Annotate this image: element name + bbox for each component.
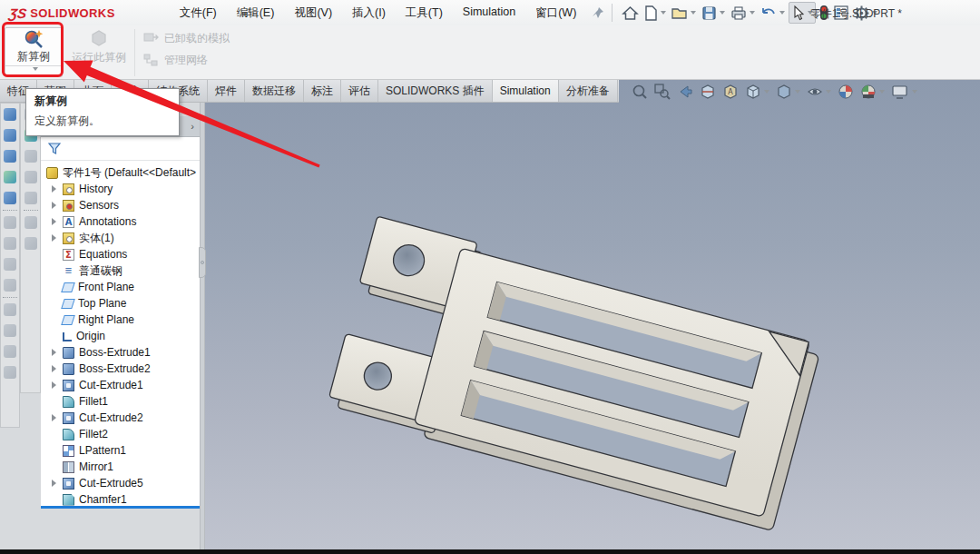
save-icon[interactable] (700, 2, 727, 24)
tab-markup[interactable]: 标注 (304, 80, 341, 102)
tree-root-part[interactable]: 零件1号 (Default<<Default> (41, 164, 200, 181)
surface-tool-icon[interactable] (4, 171, 16, 183)
toolbar-separator (612, 4, 612, 22)
part-3d-model (205, 80, 980, 549)
view-orientation-icon[interactable] (744, 83, 770, 101)
tab-addins[interactable]: SOLIDWORKS 插件 (378, 80, 493, 102)
apply-scene-icon[interactable] (859, 83, 886, 101)
disabled-tool-icon-5 (4, 303, 16, 316)
menu-simulation[interactable]: Simulation (453, 2, 525, 25)
panel-splitter[interactable] (200, 103, 205, 549)
simulation-ribbon: 新算例 运行此算例 已卸载的模拟 管理网络 (0, 25, 980, 80)
loop-tool-icon[interactable] (4, 192, 16, 204)
menu-insert[interactable]: 插入(I) (342, 2, 396, 25)
graphics-viewport[interactable]: A (205, 80, 980, 549)
tree-item-boss-extrude1[interactable]: Boss-Extrude1 (41, 344, 200, 361)
run-study-label: 运行此算例 (72, 50, 126, 65)
tree-item-cut-extrude1[interactable]: Cut-Extrude1 (41, 377, 200, 393)
tab-analysis-prep[interactable]: 分析准备 (559, 80, 618, 102)
tree-item-material[interactable]: ≡普通碳钢 (41, 262, 200, 279)
tab-data-migration[interactable]: 数据迁移 (245, 80, 304, 102)
tree-item-boss-extrude2[interactable]: Boss-Extrude2 (41, 361, 200, 377)
previous-view-icon[interactable] (676, 83, 694, 101)
disabled-tool-icon-4 (4, 279, 16, 292)
new-study-button[interactable]: 新算例 (5, 27, 63, 77)
tree-item-history[interactable]: History (41, 181, 200, 197)
tree-item-annotations[interactable]: AAnnotations (41, 213, 200, 230)
tooltip-description: 定义新算例。 (34, 114, 171, 129)
curve-tool-icon[interactable] (4, 129, 16, 142)
zoom-area-icon[interactable] (653, 83, 671, 101)
tree-item-lpattern1[interactable]: LPattern1 (41, 442, 200, 459)
offloaded-simulation-item: 已卸载的模拟 (143, 31, 230, 46)
tree-item-top-plane[interactable]: Top Plane (41, 295, 200, 312)
new-study-flyout[interactable] (5, 65, 62, 71)
tree-item-sensors[interactable]: Sensors (41, 197, 200, 213)
disabled-tool-icon-8 (4, 366, 16, 379)
disabled-annotation-icon-2 (24, 150, 37, 163)
panel-collapse-grip[interactable] (199, 247, 206, 278)
solidworks-logo: ƷS SOLIDWORKS (9, 5, 115, 21)
menu-tools[interactable]: 工具(T) (396, 2, 453, 25)
disabled-tool-icon-1 (4, 216, 16, 229)
disabled-tool-icon-3 (4, 258, 16, 271)
open-icon[interactable] (670, 2, 698, 24)
home-icon[interactable] (620, 2, 641, 24)
panel-bottom-spacer (41, 509, 200, 553)
new-study-tooltip: 新算例 定义新算例。 (25, 88, 180, 136)
tree-item-right-plane[interactable]: Right Plane (41, 312, 200, 328)
manage-network-item: 管理网络 (143, 53, 208, 68)
display-style-icon[interactable] (775, 83, 801, 101)
menu-bar: 文件(F) 编辑(E) 视图(V) 插入(I) 工具(T) Simulation… (170, 2, 587, 25)
zoom-fit-icon[interactable] (631, 83, 649, 101)
fm-tabs-overflow-arrow[interactable]: › (185, 116, 200, 136)
tab-evaluate[interactable]: 评估 (341, 80, 378, 102)
ds-logo-glyph: ƷS (8, 5, 28, 21)
offloaded-simulation-label: 已卸载的模拟 (164, 31, 230, 46)
strip-divider (3, 297, 17, 298)
title-bar: ƷS SOLIDWORKS 文件(F) 编辑(E) 视图(V) 插入(I) 工具… (0, 0, 980, 25)
headsup-view-toolbar: A (631, 83, 918, 101)
svg-text:A: A (728, 88, 733, 96)
menu-edit[interactable]: 编辑(E) (227, 2, 285, 25)
tree-item-fillet1[interactable]: Fillet1 (41, 393, 200, 410)
offloaded-simulation-icon (143, 32, 159, 45)
tab-simulation[interactable]: Simulation (493, 80, 559, 102)
disabled-tool-icon-7 (4, 345, 16, 358)
tree-filter-bar[interactable] (41, 137, 200, 161)
strip-divider (3, 210, 17, 211)
hide-show-items-icon[interactable] (806, 83, 832, 101)
tree-item-front-plane[interactable]: Front Plane (41, 279, 200, 295)
tree-item-cut-extrude2[interactable]: Cut-Extrude2 (41, 410, 200, 426)
solid-tool-icon[interactable] (4, 108, 16, 121)
menu-view[interactable]: 视图(V) (284, 2, 342, 25)
new-document-icon[interactable] (642, 2, 668, 24)
spline-tool-icon[interactable] (4, 150, 16, 163)
tree-item-fillet2[interactable]: Fillet2 (41, 426, 200, 442)
tree-item-equations[interactable]: ΣEquations (41, 246, 200, 262)
disabled-annotation-icon-3 (24, 171, 37, 183)
view-settings-icon[interactable] (890, 83, 918, 101)
section-view-icon[interactable] (699, 83, 717, 101)
tree-item-mirror1[interactable]: Mirror1 (41, 459, 200, 475)
left-toolbar-primary (0, 103, 20, 428)
annotation-3d-icon[interactable]: A (721, 83, 740, 101)
edit-appearance-icon[interactable] (837, 83, 855, 101)
menu-file[interactable]: 文件(F) (170, 2, 227, 25)
tab-weldments[interactable]: 焊件 (208, 80, 245, 102)
tree-item-cut-extrude5[interactable]: Cut-Extrude5 (41, 475, 200, 491)
run-study-icon (89, 29, 109, 47)
tree-item-origin[interactable]: Origin (41, 328, 200, 344)
disabled-annotation-icon-6 (24, 237, 37, 250)
pin-menu-icon[interactable] (592, 6, 604, 19)
run-study-button: 运行此算例 (69, 29, 129, 65)
tree-item-solid-bodies[interactable]: 实体(1) (41, 230, 200, 246)
print-icon[interactable] (729, 2, 757, 24)
menu-window[interactable]: 窗口(W) (525, 2, 586, 25)
undo-icon[interactable] (759, 2, 787, 24)
tree-item-chamfer1[interactable]: Chamfer1 (41, 491, 200, 506)
feature-tree: 零件1号 (Default<<Default> History Sensors … (41, 161, 200, 506)
manage-network-label: 管理网络 (164, 53, 208, 68)
new-study-label: 新算例 (17, 49, 50, 64)
disabled-tool-icon-6 (4, 324, 16, 337)
